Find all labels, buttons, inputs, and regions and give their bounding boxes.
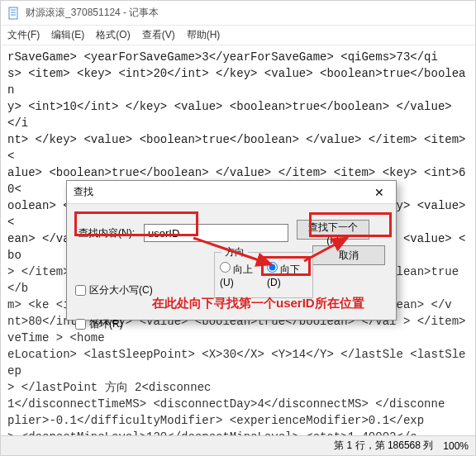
cancel-button[interactable]: 取消 — [312, 245, 385, 265]
radio-down[interactable] — [267, 262, 278, 273]
check-wrap[interactable] — [75, 319, 86, 330]
window-title: 财源滚滚_370851124 - 记事本 — [26, 6, 159, 20]
find-dialog-titlebar: 查找 ✕ — [67, 181, 396, 204]
find-dialog: 查找 ✕ 查找内容(N): 查找下一个(F) 取消 方向 向上(U) — [66, 180, 397, 321]
direction-label: 方向 — [221, 245, 248, 259]
find-dialog-body: 查找内容(N): 查找下一个(F) 取消 方向 向上(U) 向下(D) — [67, 204, 396, 320]
menu-file[interactable]: 文件(F) — [7, 28, 40, 42]
svg-rect-0 — [9, 7, 17, 19]
radio-up-label[interactable]: 向上(U) — [220, 262, 257, 288]
radio-up[interactable] — [220, 262, 231, 273]
check-case-label[interactable]: 区分大小写(C) — [75, 283, 153, 297]
find-input[interactable] — [144, 224, 288, 242]
status-pos: 第 1 行，第 186568 列 — [334, 439, 433, 453]
menu-edit[interactable]: 编辑(E) — [51, 28, 84, 42]
check-wrap-label[interactable]: 循环(R) — [75, 317, 153, 331]
menu-help[interactable]: 帮助(H) — [187, 28, 221, 42]
titlebar: 财源滚滚_370851124 - 记事本 — [1, 1, 475, 26]
close-button[interactable]: ✕ — [363, 181, 396, 204]
statusbar: 第 1 行，第 186568 列 100% — [1, 435, 475, 455]
find-next-button[interactable]: 查找下一个(F) — [297, 220, 369, 240]
menubar: 文件(F) 编辑(E) 格式(O) 查看(V) 帮助(H) — [1, 26, 475, 45]
close-icon: ✕ — [374, 186, 384, 199]
status-zoom: 100% — [443, 440, 469, 452]
radio-down-label[interactable]: 向下(D) — [267, 264, 300, 288]
direction-groupbox: 方向 向上(U) 向下(D) — [214, 252, 313, 298]
find-content-label: 查找内容(N): — [75, 224, 138, 243]
notepad-icon — [7, 7, 21, 20]
check-case[interactable] — [75, 285, 86, 296]
find-dialog-title: 查找 — [74, 185, 93, 199]
menu-view[interactable]: 查看(V) — [142, 28, 175, 42]
menu-format[interactable]: 格式(O) — [96, 28, 130, 42]
